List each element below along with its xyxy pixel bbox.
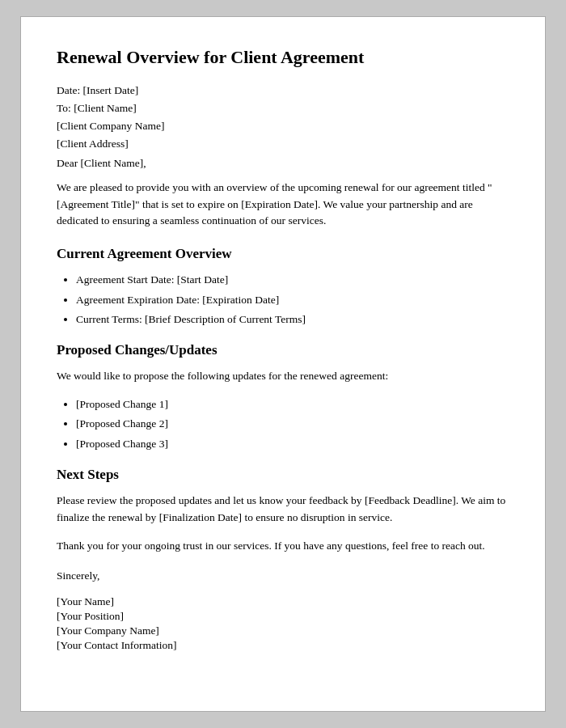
- salutation-line: Dear [Client Name],: [57, 157, 509, 170]
- current-agreement-list: Agreement Start Date: [Start Date] Agree…: [76, 272, 509, 328]
- document-container: Renewal Overview for Client Agreement Da…: [20, 16, 546, 712]
- company-line: [Client Company Name]: [57, 120, 509, 133]
- signature-block: Sincerely, [Your Name] [Your Position] […: [57, 568, 509, 653]
- list-item: Agreement Expiration Date: [Expiration D…: [76, 292, 509, 308]
- next-steps-paragraph-1: Please review the proposed updates and l…: [57, 493, 509, 527]
- list-item: [Proposed Change 2]: [76, 416, 509, 432]
- signature-name: [Your Name]: [57, 595, 509, 608]
- section-next-steps: Next Steps Please review the proposed up…: [57, 467, 509, 555]
- list-item: Current Terms: [Brief Description of Cur…: [76, 311, 509, 328]
- section-heading-proposed: Proposed Changes/Updates: [57, 342, 509, 358]
- section-heading-current: Current Agreement Overview: [57, 246, 509, 262]
- signature-company: [Your Company Name]: [57, 624, 509, 637]
- to-line: To: [Client Name]: [57, 102, 509, 115]
- section-heading-next-steps: Next Steps: [57, 467, 509, 483]
- section-current-agreement: Current Agreement Overview Agreement Sta…: [57, 246, 509, 328]
- section-proposed-changes: Proposed Changes/Updates We would like t…: [57, 342, 509, 452]
- list-item: [Proposed Change 3]: [76, 436, 509, 452]
- signature-contact: [Your Contact Information]: [57, 639, 509, 652]
- document-title: Renewal Overview for Client Agreement: [57, 46, 509, 70]
- list-item: Agreement Start Date: [Start Date]: [76, 272, 509, 288]
- list-item: [Proposed Change 1]: [76, 396, 509, 413]
- address-line: [Client Address]: [57, 138, 509, 150]
- closing-word: Sincerely,: [57, 568, 509, 585]
- intro-paragraph: We are pleased to provide you with an ov…: [57, 180, 509, 231]
- signature-position: [Your Position]: [57, 610, 509, 623]
- proposed-intro-text: We would like to propose the following u…: [57, 368, 509, 385]
- proposed-changes-list: [Proposed Change 1] [Proposed Change 2] …: [76, 396, 509, 452]
- date-line: Date: [Insert Date]: [57, 84, 509, 97]
- next-steps-paragraph-2: Thank you for your ongoing trust in our …: [57, 538, 509, 555]
